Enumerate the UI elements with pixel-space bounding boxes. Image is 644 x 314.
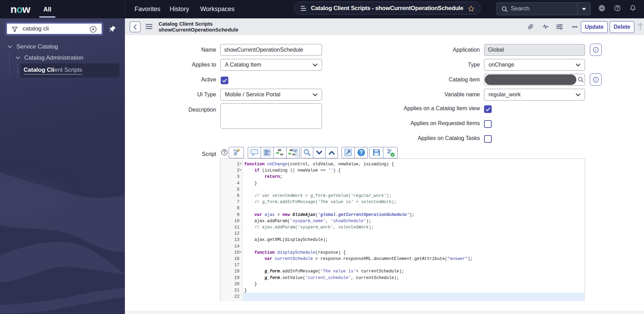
svg-text:ab: ab: [289, 148, 293, 152]
svg-text:ab: ab: [278, 148, 281, 152]
svg-text:ac: ac: [280, 152, 283, 156]
